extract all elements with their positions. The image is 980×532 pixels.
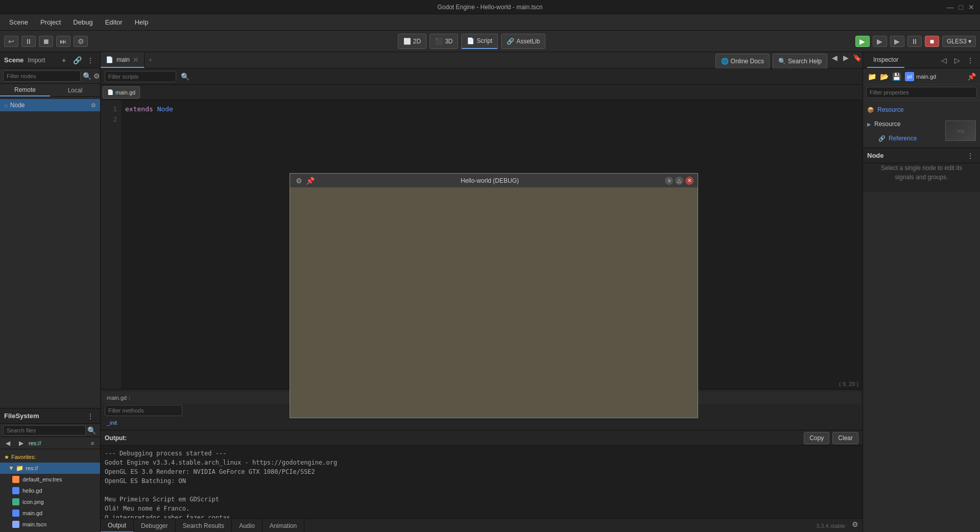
tab-spacer (156, 52, 714, 68)
fs-item-icon-png[interactable]: icon.png (0, 496, 100, 507)
tab-debugger[interactable]: Debugger (134, 519, 176, 532)
add-node-btn[interactable]: + (58, 55, 69, 66)
fs-file-main-tscn: main.tscn (22, 521, 46, 527)
filter-methods-input[interactable] (105, 405, 182, 416)
online-docs-btn[interactable]: 🌐 Online Docs (715, 54, 770, 69)
tab-audio[interactable]: Audio (232, 519, 262, 532)
close-btn[interactable]: ✕ (967, 3, 976, 11)
stop-btn[interactable]: ⏹ (39, 36, 53, 47)
fs-more-btn[interactable]: ⋮ (85, 410, 96, 422)
debug-pin-btn[interactable]: 📌 (305, 176, 315, 185)
fs-item-hello-gd[interactable]: hello.gd (0, 485, 100, 496)
filter-scripts-input[interactable] (105, 71, 176, 82)
inspector-file-info: gd main.gd (905, 72, 963, 81)
fs-item-default-env[interactable]: default_env.tres (0, 474, 100, 485)
menu-debug[interactable]: Debug (68, 16, 98, 28)
menu-project[interactable]: Project (35, 16, 66, 28)
script-tab-main[interactable]: 📄 main ✕ (101, 52, 145, 68)
btn-assetlib[interactable]: 🔗 AssetLib (501, 34, 545, 49)
undo-btn[interactable]: ↩ (4, 36, 18, 47)
tab-search-results[interactable]: Search Results (176, 519, 232, 532)
nav-prev-btn[interactable]: ◀ (829, 52, 840, 63)
more-btn[interactable]: ⋮ (85, 55, 96, 66)
inspector-header: Inspector ◁ ▷ ⋮ (863, 52, 980, 68)
pause-game-btn[interactable]: ⏸ (907, 36, 922, 47)
fs-item-main-gd[interactable]: main.gd (0, 507, 100, 519)
fs-actions: ⋮ (85, 410, 96, 422)
script-list-name: main.gd (115, 89, 135, 95)
debug-window[interactable]: ⚙ 📌 Hello-world (DEBUG) ∨ △ ✕ (290, 173, 698, 418)
filter-properties-input[interactable] (866, 87, 977, 98)
configure-btn[interactable]: ⚙ (93, 70, 100, 82)
node-panel-more-btn[interactable]: ⋮ (965, 150, 976, 161)
fs-item-main-tscn[interactable]: main.tscn (0, 519, 100, 530)
save-resource-btn[interactable]: 💾 (891, 71, 902, 82)
tab-close-btn[interactable]: ✕ (133, 56, 139, 64)
window-title: Godot Engine - Hello-world - main.tscn (437, 4, 542, 11)
btn-script[interactable]: 📄 Script (461, 34, 498, 49)
minimize-btn[interactable]: — (945, 3, 955, 11)
node-label: Node (10, 102, 25, 109)
play-custom-btn[interactable]: ▶ (890, 36, 904, 47)
fs-forward-btn[interactable]: ▶ (15, 438, 27, 449)
nav-next-btn[interactable]: ▶ (840, 52, 851, 63)
menu-help[interactable]: Help (130, 16, 154, 28)
btn-2d[interactable]: ⬜ 2D (398, 34, 426, 49)
fs-search-input[interactable] (3, 425, 86, 436)
play-btn[interactable]: ▶ (855, 36, 870, 47)
frame-btn[interactable]: ⏭ (56, 36, 70, 47)
tab-remote[interactable]: Remote (0, 84, 50, 96)
debug-canvas (290, 188, 698, 418)
inspector-pin-btn[interactable]: 📌 (966, 71, 977, 82)
settings-btn[interactable]: ⚙ (74, 36, 88, 47)
back-resource-btn[interactable]: 📁 (866, 71, 877, 82)
filter-scripts-btn[interactable]: 🔍 (179, 71, 190, 82)
inspector-history-btn[interactable]: ◁ (938, 55, 949, 66)
search-help-btn[interactable]: 🔍 Search Help (773, 54, 827, 69)
stop-game-btn[interactable]: ■ (925, 36, 939, 47)
node-tree: ○ Node ⚙ (0, 97, 100, 408)
script-toolbar: 🔍 (101, 68, 863, 85)
section-resource[interactable]: 📦 Resource (863, 103, 980, 117)
inspector-forward-btn[interactable]: ▷ (951, 55, 963, 66)
import-label[interactable]: Import (28, 57, 45, 64)
3d-icon: ⬛ (435, 38, 443, 45)
menu-scene[interactable]: Scene (4, 16, 33, 28)
panel-settings-btn[interactable]: ⚙ (849, 519, 861, 530)
debug-minimize-btn[interactable]: ∨ (665, 177, 673, 185)
debug-close-btn[interactable]: ✕ (685, 177, 694, 185)
filter-nodes-input[interactable] (3, 70, 81, 82)
copy-output-btn[interactable]: Copy (804, 432, 829, 444)
maximize-btn[interactable]: □ (958, 3, 965, 11)
clear-output-btn[interactable]: Clear (832, 432, 858, 444)
methods-file-name: main.gd (107, 395, 127, 401)
fs-item-res[interactable]: ▼ 📁 res:// (0, 463, 100, 474)
node-panel-header: Node ⋮ (863, 148, 980, 163)
inspector-actions: ◁ ▷ ⋮ (938, 55, 976, 66)
debug-settings-btn[interactable]: ⚙ (294, 176, 303, 185)
forward-resource-btn[interactable]: 📂 (878, 71, 890, 82)
tab-add-btn[interactable]: + (145, 52, 156, 68)
node-item-node[interactable]: ○ Node ⚙ (0, 99, 100, 111)
script-list-item-main[interactable]: 📄 main.gd (103, 86, 140, 99)
method-item-init[interactable]: _init (103, 417, 861, 428)
btn-3d[interactable]: ⬛ 3D (429, 34, 458, 49)
fs-search-btn[interactable]: 🔍 (86, 425, 97, 436)
link-node-btn[interactable]: 🔗 (71, 55, 83, 66)
fs-tree-btn[interactable]: ≡ (87, 438, 98, 449)
pause-btn[interactable]: ⏸ (21, 36, 36, 47)
line-num-1: 1 (101, 104, 117, 114)
fs-file-default-env: default_env.tres (22, 476, 62, 482)
inspector-tab-inspector[interactable]: Inspector (867, 52, 904, 68)
inspector-more-btn[interactable]: ⋮ (965, 55, 976, 66)
tab-local[interactable]: Local (50, 84, 100, 96)
bookmarks-btn[interactable]: 🔖 (851, 52, 863, 63)
window-controls: — □ ✕ (945, 3, 976, 11)
search-nodes-btn[interactable]: 🔍 (83, 70, 91, 82)
tab-output[interactable]: Output (101, 519, 134, 532)
play-scene-btn[interactable]: ▶ (873, 36, 887, 47)
fs-back-btn[interactable]: ◀ (2, 438, 13, 449)
tab-animation[interactable]: Animation (262, 519, 304, 532)
debug-maximize-btn[interactable]: △ (675, 177, 683, 185)
menu-editor[interactable]: Editor (100, 16, 128, 28)
